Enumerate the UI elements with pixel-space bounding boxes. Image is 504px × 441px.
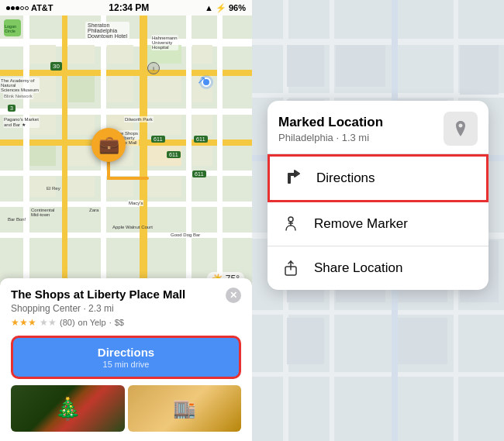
location-marker[interactable]: 💼 bbox=[91, 128, 126, 162]
directions-button-sub: 15 min drive bbox=[21, 360, 231, 369]
carrier-label: AT&T bbox=[31, 3, 54, 12]
badge-611-2: 611 bbox=[167, 151, 181, 158]
pin-svg bbox=[451, 119, 470, 138]
battery-label: 96% bbox=[229, 3, 246, 12]
svg-rect-16 bbox=[107, 45, 133, 64]
svg-rect-15 bbox=[68, 45, 95, 64]
right-panel: Marked Location Philadelphia · 1.3 mi Di… bbox=[252, 0, 504, 441]
svg-rect-21 bbox=[107, 76, 133, 102]
popup-item-share-label: Share Location bbox=[314, 260, 402, 276]
popup-item-remove-label: Remove Marker bbox=[314, 216, 408, 232]
price-level: · bbox=[109, 318, 112, 327]
bluetooth-icon: ⚡ bbox=[216, 3, 226, 13]
place-name: The Shops at Liberty Place Mall bbox=[11, 288, 241, 301]
svg-rect-2 bbox=[0, 70, 252, 76]
map-label-paganos: Pagano's Marketand Bar ★ bbox=[3, 116, 40, 128]
place-card: ✕ The Shops at Liberty Place Mall Shoppi… bbox=[0, 278, 252, 441]
popup-item-share[interactable]: Share Location bbox=[268, 246, 488, 290]
place-thumbnails bbox=[11, 385, 241, 432]
directions-button[interactable]: Directions 15 min drive bbox=[11, 336, 241, 379]
status-time: 12:34 PM bbox=[109, 2, 149, 13]
thumbnail-mall[interactable] bbox=[128, 385, 242, 432]
svg-rect-22 bbox=[147, 76, 181, 102]
svg-rect-42 bbox=[252, 39, 504, 45]
badge-611-4: 611 bbox=[192, 171, 206, 177]
popup-header-text: Marked Location Philadelphia · 1.3 mi bbox=[278, 115, 383, 143]
briefcase-icon: 💼 bbox=[98, 135, 119, 155]
badge-info: i bbox=[147, 62, 160, 74]
map-label-academy: The Academy ofNaturalSciences Museum bbox=[0, 78, 40, 93]
map-label-bon: Bar Bon! bbox=[8, 217, 26, 222]
map-label-macy: Macy's bbox=[128, 200, 143, 206]
badge-611-1: 611 bbox=[151, 136, 165, 143]
status-bar: AT&T 12:34 PM ▲ ⚡ 96% bbox=[0, 0, 252, 16]
svg-rect-33 bbox=[192, 146, 212, 166]
ratings-row: ★★★ ★★ (80) on Yelp · $$ bbox=[11, 317, 241, 328]
directions-icon bbox=[282, 167, 304, 189]
badge-3: 3 bbox=[8, 105, 16, 112]
popup-card: Marked Location Philadelphia · 1.3 mi Di… bbox=[268, 101, 488, 290]
svg-rect-46 bbox=[252, 310, 504, 315]
signal-dot-3 bbox=[16, 6, 19, 10]
map-label-el-rey: El Rey bbox=[47, 186, 60, 191]
svg-rect-29 bbox=[29, 146, 56, 166]
map-label-sheraton: SheratonPhiladelphiaDowntown Hotel bbox=[85, 22, 129, 40]
thumbnail-christmas[interactable] bbox=[11, 385, 125, 432]
location-icon: ▲ bbox=[205, 3, 213, 12]
status-left: AT&T bbox=[6, 3, 54, 12]
map-label-zara: Zara bbox=[89, 208, 98, 212]
map-label-apple: Apple Walnut Court bbox=[112, 225, 153, 229]
svg-rect-14 bbox=[29, 45, 56, 64]
svg-rect-7 bbox=[0, 233, 252, 238]
share-icon-svg bbox=[281, 259, 300, 277]
svg-rect-30 bbox=[68, 146, 95, 166]
share-icon bbox=[280, 257, 302, 279]
signal-dot-4 bbox=[20, 6, 24, 10]
left-map-panel: AT&T 12:34 PM ▲ ⚡ 96% bbox=[0, 0, 252, 441]
map-label-dilworth: Dilworth Park bbox=[124, 116, 154, 122]
place-category: Shopping Center · 2.3 mi bbox=[11, 303, 241, 314]
svg-rect-18 bbox=[192, 45, 212, 64]
popup-title: Marked Location bbox=[278, 115, 383, 130]
svg-text:Circle: Circle bbox=[5, 29, 16, 33]
map-badge-30: 30 bbox=[50, 62, 62, 71]
remove-marker-icon bbox=[280, 213, 302, 235]
close-button[interactable]: ✕ bbox=[226, 288, 241, 303]
svg-rect-25 bbox=[68, 115, 95, 135]
map-label-midtown: ContinentalMid-town bbox=[31, 208, 54, 217]
svg-rect-5 bbox=[0, 171, 252, 176]
popup-item-directions-label: Directions bbox=[316, 171, 375, 186]
badge-611-3: 611 bbox=[194, 136, 208, 143]
svg-rect-36 bbox=[107, 177, 133, 197]
price-label: $$ bbox=[115, 318, 124, 327]
svg-rect-64 bbox=[398, 318, 447, 364]
map-label-gooddog: Good Dog Bar bbox=[171, 233, 200, 237]
map-label-hahnemann: HahnemannUniversityHospital bbox=[151, 35, 178, 50]
svg-rect-53 bbox=[336, 45, 385, 87]
review-source: on Yelp bbox=[78, 318, 106, 327]
svg-rect-28 bbox=[192, 115, 212, 135]
svg-point-66 bbox=[288, 217, 293, 222]
map-label-blink: Blink Network bbox=[3, 93, 33, 99]
signal-strength bbox=[6, 6, 29, 10]
signal-dot-2 bbox=[11, 6, 15, 10]
signal-dot-5 bbox=[25, 6, 29, 10]
empty-stars: ★★ bbox=[40, 317, 57, 328]
directions-button-label: Directions bbox=[21, 346, 231, 359]
popup-item-remove[interactable]: Remove Marker bbox=[268, 202, 488, 246]
compass-arrow: ↗ bbox=[197, 74, 206, 86]
svg-rect-35 bbox=[68, 177, 95, 197]
signal-dot-1 bbox=[6, 6, 10, 10]
svg-rect-6 bbox=[0, 202, 252, 207]
svg-rect-52 bbox=[287, 45, 324, 87]
popup-header: Marked Location Philadelphia · 1.3 mi bbox=[268, 101, 488, 154]
person-icon-svg bbox=[281, 215, 300, 233]
popup-pin-icon bbox=[444, 112, 478, 146]
svg-rect-20 bbox=[68, 76, 95, 102]
status-right: ▲ ⚡ 96% bbox=[205, 3, 246, 13]
svg-rect-63 bbox=[287, 318, 324, 364]
popup-item-directions[interactable]: Directions bbox=[268, 154, 488, 202]
popup-subtitle: Philadelphia · 1.3 mi bbox=[278, 132, 383, 143]
review-count: (80) bbox=[60, 318, 75, 327]
svg-rect-59 bbox=[460, 45, 499, 95]
